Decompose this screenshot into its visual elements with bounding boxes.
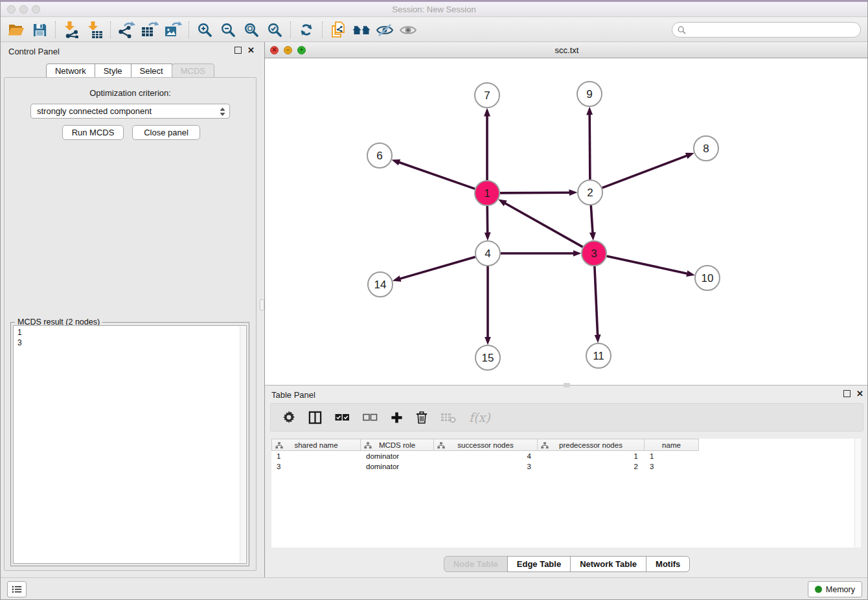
tab-select[interactable]: Select [131, 63, 172, 78]
column-header-predecessor-nodes[interactable]: predecessor nodes [538, 439, 645, 451]
control-panel-tabs: NetworkStyleSelectMCDS [1, 63, 260, 78]
graph-edge-2-9[interactable] [589, 115, 590, 179]
panel-splitter[interactable] [260, 42, 264, 577]
tab-mcds[interactable]: MCDS [172, 63, 214, 78]
graph-edge-2-8[interactable] [602, 156, 687, 188]
cell-shared-name[interactable]: 1 [271, 451, 361, 461]
mcds-result-lines: 13 [14, 326, 246, 349]
export-image-icon[interactable] [161, 19, 185, 40]
graph-node-14[interactable] [368, 272, 393, 297]
result-scrollbar[interactable] [240, 327, 246, 562]
unselect-all-columns-icon[interactable] [363, 413, 378, 422]
zoom-out-icon[interactable] [216, 19, 240, 40]
export-network-icon[interactable] [115, 19, 138, 40]
graph-node-6[interactable] [367, 143, 392, 168]
search-field[interactable] [672, 22, 861, 38]
cell-name[interactable]: 1 [645, 451, 699, 461]
cell-successor-nodes[interactable]: 3 [434, 461, 538, 472]
gear-icon[interactable] [282, 411, 295, 424]
table-toolbar: f(x) [270, 403, 863, 432]
mcds-result-groupbox: MCDS result (2 nodes) 13 [10, 322, 249, 566]
column-header-name[interactable]: name [645, 439, 699, 451]
graph-edge-3-10[interactable] [607, 256, 687, 273]
column-header-shared-name[interactable]: shared name [271, 439, 361, 451]
graph-node-11[interactable] [586, 343, 611, 368]
column-layout-icon[interactable] [308, 411, 322, 424]
panel-list-icon[interactable] [7, 581, 27, 597]
import-network-icon[interactable] [60, 19, 83, 40]
home-view-icon[interactable] [350, 19, 373, 40]
cell-successor-nodes[interactable]: 4 [434, 451, 538, 461]
open-session-icon[interactable] [5, 19, 28, 40]
graph-node-10[interactable] [695, 266, 720, 290]
select-all-columns-icon[interactable] [335, 413, 350, 422]
graph-node-15[interactable] [475, 345, 500, 370]
control-panel-title: Control Panel [8, 47, 60, 56]
table-scrollbar[interactable] [854, 439, 861, 548]
add-column-icon[interactable] [391, 411, 403, 424]
cell-predecessor-nodes[interactable]: 1 [538, 451, 645, 461]
graph-edge-4-14[interactable] [400, 257, 475, 279]
show-graphics-details-icon[interactable] [396, 19, 420, 40]
column-header-label: predecessor nodes [559, 441, 622, 449]
horizontal-splitter-grip[interactable] [564, 383, 570, 387]
tab-network-table[interactable]: Network Table [570, 556, 646, 572]
refresh-view-icon[interactable] [295, 19, 318, 40]
export-table-icon[interactable] [138, 19, 161, 40]
tab-motifs[interactable]: Motifs [646, 556, 690, 572]
tab-style[interactable]: Style [95, 63, 131, 78]
table-row[interactable]: 1dominator411 [271, 451, 861, 461]
graph-edge-1-2[interactable] [500, 192, 569, 193]
tab-edge-table[interactable]: Edge Table [507, 556, 571, 572]
cell-predecessor-nodes[interactable]: 2 [538, 461, 645, 472]
splitter-grip[interactable] [260, 299, 264, 310]
zoom-in-icon[interactable] [193, 19, 216, 40]
graph-edge-3-11[interactable] [595, 266, 598, 335]
search-input[interactable] [689, 25, 855, 35]
graph-edge-2-3[interactable] [591, 205, 593, 233]
memory-button[interactable]: Memory [808, 581, 862, 597]
graph-node-2[interactable] [578, 180, 602, 205]
column-header-mcds-role[interactable]: MCDS role [361, 439, 434, 451]
save-session-icon[interactable] [28, 19, 51, 40]
cell-mcds-role[interactable]: dominator [361, 451, 434, 461]
hide-graphics-details-icon[interactable] [373, 19, 396, 40]
close-panel-button[interactable]: Close panel [132, 125, 200, 140]
graph-node-3[interactable] [582, 241, 606, 266]
tab-network[interactable]: Network [46, 63, 95, 78]
mcds-result-textarea[interactable]: 13 [13, 325, 247, 564]
app-window: Session: New Session [0, 0, 868, 600]
column-header-label: shared name [294, 441, 337, 449]
graph-node-9[interactable] [577, 82, 602, 106]
run-mcds-button[interactable]: Run MCDS [62, 125, 124, 140]
table-panel-title: Table Panel [271, 390, 315, 400]
status-bar: Memory [1, 577, 867, 600]
network-window-titlebar[interactable]: ✕ − + scc.txt [265, 42, 868, 58]
graph-node-1[interactable] [475, 181, 499, 205]
import-table-icon[interactable] [83, 19, 106, 40]
main-toolbar [1, 18, 867, 42]
cell-mcds-role[interactable]: dominator [361, 461, 434, 472]
float-panel-icon[interactable] [234, 47, 242, 54]
graph-edge-3-1[interactable] [505, 203, 583, 247]
optimization-criterion-select[interactable]: strongly connected component [30, 104, 230, 119]
table-body: 1dominator4113dominator323 [271, 451, 861, 472]
graph-node-8[interactable] [694, 136, 718, 161]
zoom-fit-icon[interactable] [240, 19, 263, 40]
graph-node-7[interactable] [475, 83, 499, 108]
column-header-successor-nodes[interactable]: successor nodes [434, 439, 538, 451]
close-panel-icon[interactable]: ✕ [247, 47, 255, 54]
cell-name[interactable]: 3 [645, 461, 699, 472]
zoom-selected-icon[interactable] [263, 19, 286, 40]
table-row[interactable]: 3dominator323 [271, 461, 861, 472]
float-table-panel-icon[interactable] [843, 390, 851, 397]
column-type-icon [541, 442, 549, 449]
network-canvas[interactable]: 7968124314101511 [265, 58, 868, 385]
open-network-document-icon[interactable] [326, 19, 350, 40]
graph-edge-1-6[interactable] [399, 163, 475, 189]
cell-shared-name[interactable]: 3 [271, 461, 361, 472]
graph-node-4[interactable] [475, 241, 500, 266]
close-table-panel-icon[interactable]: ✕ [856, 390, 863, 397]
delete-columns-icon[interactable] [416, 410, 428, 424]
tab-node-table[interactable]: Node Table [444, 556, 508, 572]
